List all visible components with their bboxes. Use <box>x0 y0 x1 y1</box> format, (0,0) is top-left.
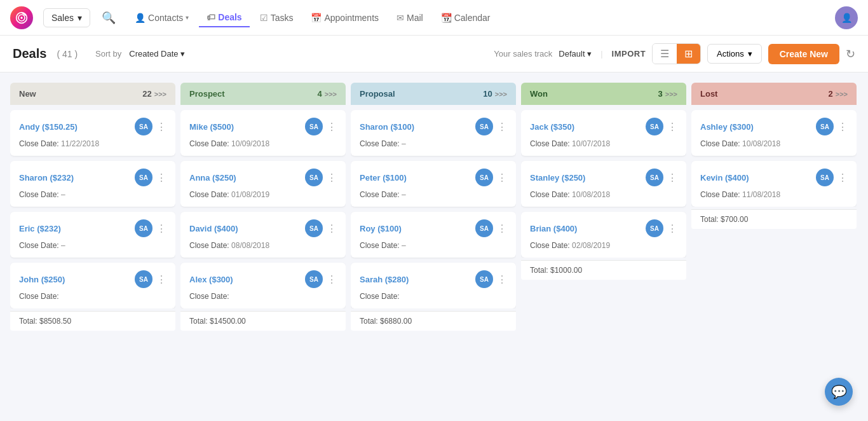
deal-card[interactable]: Kevin ($400) SA ⋮ Close Date: 11/08/2018 <box>691 161 857 207</box>
chevron-icon: ▾ <box>186 14 189 21</box>
card-menu-icon[interactable]: ⋮ <box>327 223 337 235</box>
nav-item-deals[interactable]: 🏷 Deals <box>199 8 249 27</box>
deal-name[interactable]: Sharon ($100) <box>360 122 414 132</box>
card-top: Mike ($500) SA ⋮ <box>189 118 337 135</box>
close-date-row: Close Date: <box>189 292 337 301</box>
col-count-proposal: 10 >>> <box>483 89 507 99</box>
kanban-view-button[interactable]: ⊞ <box>677 44 700 64</box>
deal-card[interactable]: John ($250) SA ⋮ Close Date: <box>10 263 175 308</box>
deal-card[interactable]: Ashley ($300) SA ⋮ Close Date: 10/08/201… <box>691 110 857 156</box>
card-menu-icon[interactable]: ⋮ <box>837 121 848 133</box>
nav-item-appointments[interactable]: 📅 Appointments <box>303 9 386 27</box>
nav-item-calendar[interactable]: 📆 Calendar <box>433 9 498 27</box>
deal-count: ( 41 ) <box>57 49 78 59</box>
create-new-button[interactable]: Create New <box>768 44 839 64</box>
deal-card[interactable]: Alex ($300) SA ⋮ Close Date: <box>180 263 346 308</box>
deals-icon: 🏷 <box>207 12 215 22</box>
deal-card[interactable]: Roy ($100) SA ⋮ Close Date: – <box>351 212 516 258</box>
deal-name[interactable]: Sarah ($280) <box>360 275 409 284</box>
close-date-row: Close Date: 02/08/2019 <box>530 241 677 250</box>
close-date-row: Close Date: – <box>360 241 507 250</box>
col-cards-prospect: Mike ($500) SA ⋮ Close Date: 10/09/2018 … <box>180 110 346 308</box>
deal-name[interactable]: Roy ($100) <box>360 224 402 233</box>
col-count-new: 22 >>> <box>142 89 166 99</box>
search-button[interactable]: 🔍 <box>95 7 122 29</box>
close-date-row: Close Date: – <box>19 241 166 250</box>
chat-bubble[interactable]: 💬 <box>825 378 853 406</box>
deal-card[interactable]: Anna ($250) SA ⋮ Close Date: 01/08/2019 <box>180 161 346 207</box>
card-menu-icon[interactable]: ⋮ <box>497 273 507 286</box>
column-new: New 22 >>> Andy ($150.25) SA ⋮ Close Dat… <box>10 83 175 331</box>
deal-card[interactable]: Stanley ($250) SA ⋮ Close Date: 10/08/20… <box>521 161 686 207</box>
card-menu-icon[interactable]: ⋮ <box>667 223 677 235</box>
deal-name[interactable]: Peter ($100) <box>360 173 407 183</box>
card-avatar: SA <box>305 219 323 237</box>
deal-name[interactable]: Brian ($400) <box>530 224 577 233</box>
list-view-button[interactable]: ☰ <box>653 44 677 64</box>
deal-name[interactable]: Eric ($232) <box>19 224 61 233</box>
deal-card[interactable]: Eric ($232) SA ⋮ Close Date: – <box>10 212 175 258</box>
card-menu-icon[interactable]: ⋮ <box>156 172 166 184</box>
col-header-lost: Lost 2 >>> <box>691 83 857 105</box>
deal-name[interactable]: Kevin ($400) <box>700 173 749 183</box>
card-menu-icon[interactable]: ⋮ <box>156 273 166 286</box>
card-menu-icon[interactable]: ⋮ <box>667 172 677 184</box>
card-menu-icon[interactable]: ⋮ <box>156 121 166 133</box>
actions-button[interactable]: Actions ▾ <box>707 44 762 64</box>
col-footer-won: Total: $1000.00 <box>521 260 686 280</box>
card-menu-icon[interactable]: ⋮ <box>327 172 337 184</box>
import-button[interactable]: IMPORT <box>612 49 646 59</box>
deal-name[interactable]: Andy ($150.25) <box>19 122 78 132</box>
deal-card[interactable]: Andy ($150.25) SA ⋮ Close Date: 11/22/20… <box>10 110 175 156</box>
deal-name[interactable]: Sharon ($232) <box>19 173 74 183</box>
card-menu-icon[interactable]: ⋮ <box>837 172 848 184</box>
card-top: Alex ($300) SA ⋮ <box>189 270 337 288</box>
card-menu-icon[interactable]: ⋮ <box>327 121 337 133</box>
col-arrows-prospect: >>> <box>325 90 337 98</box>
deal-card[interactable]: Sarah ($280) SA ⋮ Close Date: <box>351 263 516 308</box>
deal-card[interactable]: David ($400) SA ⋮ Close Date: 08/08/2018 <box>180 212 346 258</box>
sort-value-dropdown[interactable]: Created Date ▾ <box>129 49 185 59</box>
sales-track-value[interactable]: Default ▾ <box>559 49 592 59</box>
card-top: John ($250) SA ⋮ <box>19 270 166 288</box>
sales-selector[interactable]: Sales ▾ <box>43 8 90 27</box>
column-lost: Lost 2 >>> Ashley ($300) SA ⋮ Close Date… <box>691 83 857 229</box>
deal-card[interactable]: Brian ($400) SA ⋮ Close Date: 02/08/2019 <box>521 212 686 258</box>
deal-card[interactable]: Sharon ($232) SA ⋮ Close Date: – <box>10 161 175 207</box>
card-menu-icon[interactable]: ⋮ <box>497 172 507 184</box>
col-cards-new: Andy ($150.25) SA ⋮ Close Date: 11/22/20… <box>10 110 175 308</box>
deal-name[interactable]: Jack ($350) <box>530 122 574 132</box>
deal-name[interactable]: Anna ($250) <box>189 173 236 183</box>
sort-label: Sort by <box>95 49 121 59</box>
user-avatar[interactable]: 👤 <box>835 6 858 29</box>
nav-item-contacts[interactable]: 👤 Contacts ▾ <box>127 9 196 27</box>
deal-name[interactable]: Mike ($500) <box>189 122 234 132</box>
nav-item-tasks[interactable]: ☑ Tasks <box>252 9 301 27</box>
close-date-row: Close Date: – <box>19 190 166 199</box>
refresh-button[interactable]: ↻ <box>846 47 855 61</box>
deal-name[interactable]: David ($400) <box>189 224 238 233</box>
deal-card[interactable]: Peter ($100) SA ⋮ Close Date: – <box>351 161 516 207</box>
deal-card[interactable]: Sharon ($100) SA ⋮ Close Date: – <box>351 110 516 156</box>
deal-card[interactable]: Mike ($500) SA ⋮ Close Date: 10/09/2018 <box>180 110 346 156</box>
card-menu-icon[interactable]: ⋮ <box>497 223 507 235</box>
card-avatar: SA <box>305 118 323 135</box>
col-footer-prospect: Total: $14500.00 <box>180 311 346 331</box>
card-menu-icon[interactable]: ⋮ <box>327 273 337 286</box>
column-won: Won 3 >>> Jack ($350) SA ⋮ Close Date: 1… <box>521 83 686 280</box>
app-logo[interactable] <box>10 6 33 29</box>
card-menu-icon[interactable]: ⋮ <box>667 121 677 133</box>
col-arrows-proposal: >>> <box>495 90 507 98</box>
nav-item-mail[interactable]: ✉ Mail <box>389 9 431 27</box>
deal-name[interactable]: Alex ($300) <box>189 275 233 284</box>
deal-card[interactable]: Jack ($350) SA ⋮ Close Date: 10/07/2018 <box>521 110 686 156</box>
card-menu-icon[interactable]: ⋮ <box>497 121 507 133</box>
card-avatar: SA <box>475 118 493 135</box>
card-avatar: SA <box>646 219 663 237</box>
deal-name[interactable]: Stanley ($250) <box>530 173 585 183</box>
card-menu-icon[interactable]: ⋮ <box>156 223 166 235</box>
card-top: Sharon ($100) SA ⋮ <box>360 118 507 135</box>
deal-name[interactable]: John ($250) <box>19 275 65 284</box>
toolbar-right: Your sales track Default ▾ | IMPORT ☰ ⊞ … <box>494 43 855 64</box>
deal-name[interactable]: Ashley ($300) <box>700 122 754 132</box>
